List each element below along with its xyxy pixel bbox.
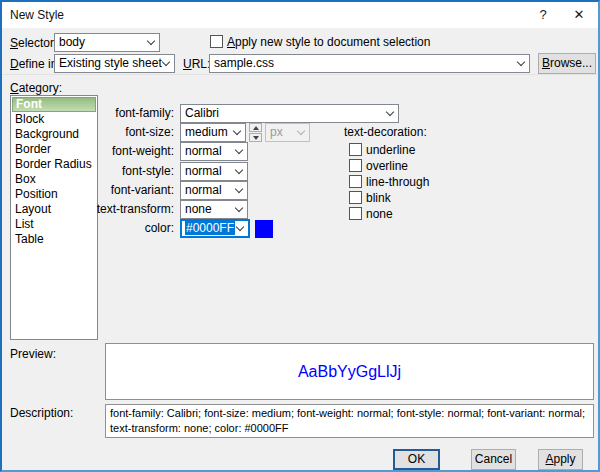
preview-sample-text: AaBbYyGgLlJj [298, 363, 401, 381]
font-size-label: font-size: [62, 125, 174, 140]
line-through-checkbox-row[interactable]: line-through [349, 174, 429, 189]
overline-label: overline [366, 159, 408, 173]
apply-style-checkbox[interactable] [210, 35, 223, 48]
text-transform-value: none [185, 202, 212, 216]
chevron-down-icon [382, 105, 398, 122]
dialog-title: New Style [10, 8, 64, 22]
apply-style-checkbox-label: Apply new style to document selection [227, 35, 430, 49]
color-label: color: [62, 221, 174, 236]
apply-style-checkbox-row[interactable]: Apply new style to document selection [210, 34, 430, 49]
font-style-value: normal [185, 164, 222, 178]
font-variant-select[interactable]: normal [180, 181, 248, 200]
chevron-down-icon [143, 34, 159, 51]
text-transform-label: text-transform: [62, 202, 174, 217]
chevron-down-icon [158, 55, 174, 72]
none-checkbox-row[interactable]: none [349, 206, 393, 221]
font-size-unit-select: px [265, 123, 310, 142]
font-weight-label: font-weight: [62, 144, 174, 159]
chevron-down-icon [231, 182, 247, 199]
apply-button-label: Apply [539, 450, 582, 469]
preview-label: Preview: [10, 347, 56, 362]
color-select[interactable]: #0000FF [180, 219, 250, 238]
header-separator [2, 74, 598, 75]
define-in-value: Existing style sheet [59, 56, 162, 70]
blink-checkbox-row[interactable]: blink [349, 190, 391, 205]
cancel-button-label: Cancel [472, 450, 515, 469]
url-input[interactable]: sample.css [209, 54, 530, 73]
selector-select[interactable]: body [54, 33, 160, 52]
define-in-select[interactable]: Existing style sheet [54, 54, 175, 73]
color-value: #0000FF [185, 221, 235, 235]
blink-label: blink [366, 191, 391, 205]
stepper-down-icon[interactable] [249, 133, 262, 142]
description-box: font-family: Calibri; font-size: medium;… [105, 404, 594, 438]
font-size-value: medium [185, 125, 228, 139]
text-decoration-label: text-decoration: [344, 125, 427, 140]
cancel-button[interactable]: Cancel [471, 449, 516, 470]
browse-button-label: Browse... [539, 54, 595, 73]
font-size-stepper[interactable] [249, 123, 262, 142]
none-checkbox[interactable] [349, 207, 362, 220]
font-variant-value: normal [185, 183, 222, 197]
font-family-label: font-family: [62, 106, 174, 121]
ok-button[interactable]: OK [393, 449, 440, 470]
ok-button-label: OK [395, 451, 438, 468]
font-weight-value: normal [185, 144, 222, 158]
underline-checkbox[interactable] [349, 143, 362, 156]
title-bar: New Style ? ✕ [2, 2, 598, 28]
browse-button[interactable]: Browse... [538, 53, 596, 74]
text-transform-select[interactable]: none [180, 200, 248, 219]
chevron-down-icon [293, 124, 309, 141]
chevron-down-icon [231, 201, 247, 218]
chevron-down-icon [229, 124, 245, 141]
selector-value: body [59, 35, 85, 49]
preview-box: AaBbYyGgLlJj [105, 343, 594, 400]
chevron-down-icon [513, 55, 529, 72]
chevron-down-icon [231, 143, 247, 160]
underline-label: underline [366, 143, 415, 157]
category-label: Category: [10, 81, 62, 96]
font-style-select[interactable]: normal [180, 162, 248, 181]
color-swatch[interactable] [255, 220, 273, 238]
description-label: Description: [10, 406, 73, 421]
close-icon[interactable]: ✕ [564, 2, 594, 28]
url-label: URL: [183, 57, 210, 72]
font-size-select[interactable]: medium [180, 123, 246, 142]
font-family-value: Calibri [185, 106, 219, 120]
underline-checkbox-row[interactable]: underline [349, 142, 415, 157]
font-size-unit-value: px [270, 125, 283, 139]
new-style-dialog: New Style ? ✕ Selector: body Apply new s… [0, 0, 600, 472]
overline-checkbox[interactable] [349, 159, 362, 172]
chevron-down-icon [231, 163, 247, 180]
overline-checkbox-row[interactable]: overline [349, 158, 408, 173]
font-family-select[interactable]: Calibri [180, 104, 399, 123]
line-through-label: line-through [366, 175, 429, 189]
url-value: sample.css [214, 56, 274, 70]
selector-label: Selector: [10, 36, 57, 51]
line-through-checkbox[interactable] [349, 175, 362, 188]
blink-checkbox[interactable] [349, 191, 362, 204]
help-icon[interactable]: ? [528, 2, 558, 28]
font-variant-label: font-variant: [62, 183, 174, 198]
apply-button[interactable]: Apply [538, 449, 583, 470]
chevron-down-icon [232, 221, 248, 236]
font-weight-select[interactable]: normal [180, 142, 248, 161]
stepper-up-icon[interactable] [249, 123, 262, 132]
none-label: none [366, 207, 393, 221]
font-style-label: font-style: [62, 164, 174, 179]
